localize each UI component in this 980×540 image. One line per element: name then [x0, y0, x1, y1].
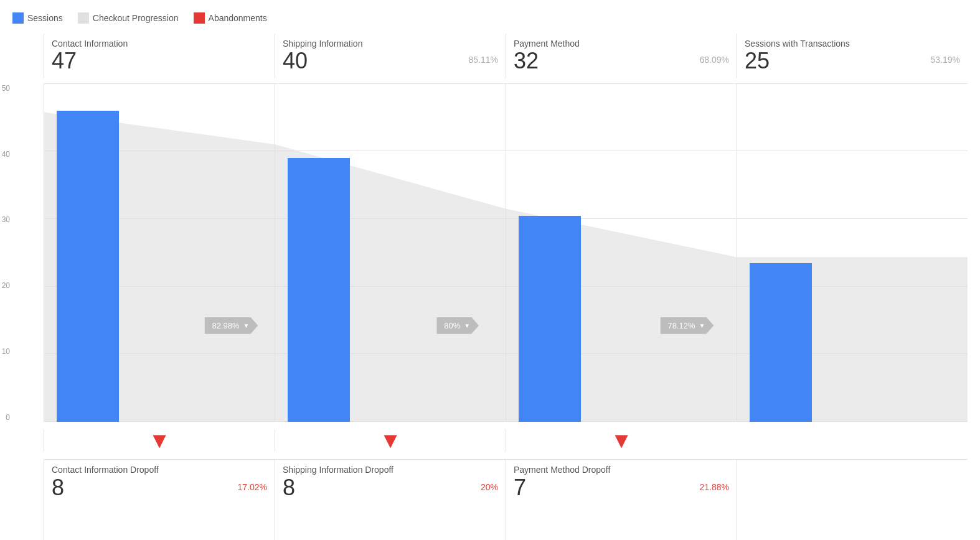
y-axis: 0 10 20 30 40 50	[0, 84, 12, 422]
step-title-1: Shipping Information	[283, 39, 498, 49]
dropoff-arrow-2: ▼	[506, 429, 737, 452]
y-label-10: 10	[0, 347, 10, 356]
step-header-0: Contact Information 47	[44, 34, 275, 78]
dropoff-arrow-1: ▼	[275, 429, 506, 452]
sessions-label: Sessions	[27, 13, 63, 23]
down-arrow-0: ▼	[148, 429, 171, 452]
dropoff-col-0: Contact Information Dropoff 8 17.02%	[44, 460, 275, 540]
step-column-3: 78.12% ▼	[737, 84, 968, 422]
dropoff-col-1: Shipping Information Dropoff 8 20%	[275, 460, 506, 540]
badge-arrow-0: ▼	[243, 322, 249, 329]
badge-pct-2: 78.12%	[667, 321, 695, 330]
progression-badge-1[interactable]: 80% ▼	[436, 317, 479, 334]
progression-badge-0[interactable]: 82.98% ▼	[204, 317, 258, 334]
step-title-0: Contact Information	[52, 39, 267, 49]
step-title-3: Sessions with Transactions	[745, 39, 960, 49]
step-count-2: 32	[514, 49, 729, 73]
y-label-50: 50	[0, 84, 10, 93]
step-count-1: 40	[283, 49, 498, 73]
down-arrow-1: ▼	[379, 429, 402, 452]
y-label-40: 40	[0, 150, 10, 159]
step-pct-3: 53.19%	[931, 55, 960, 65]
step-header-3: Sessions with Transactions 25 53.19%	[737, 34, 968, 78]
bar-1	[288, 158, 350, 422]
badge-pct-1: 80%	[444, 321, 460, 330]
dropoff-pct-0: 17.02%	[238, 482, 267, 492]
dropoff-pct-1: 20%	[481, 482, 498, 492]
chart-area: 0 10 20 30 40 50	[12, 84, 968, 540]
legend-sessions: Sessions	[12, 12, 63, 24]
dropoff-title-1: Shipping Information Dropoff	[283, 465, 498, 475]
step-column-0	[44, 84, 275, 422]
chart-container: Sessions Checkout Progression Abandonmen…	[0, 0, 980, 540]
progression-color-box	[78, 12, 89, 24]
dropoff-arrow-row: ▼ ▼ ▼	[44, 422, 968, 459]
y-label-30: 30	[0, 215, 10, 224]
badge-arrow-2: ▼	[699, 322, 705, 329]
legend-progression: Checkout Progression	[78, 12, 179, 24]
dropoff-title-0: Contact Information Dropoff	[52, 465, 267, 475]
badge-arrow-1: ▼	[464, 322, 470, 329]
progression-label: Checkout Progression	[93, 13, 179, 23]
dropoff-count-1: 8	[283, 475, 498, 501]
down-arrow-2: ▼	[610, 429, 633, 452]
step-column-2: 80% ▼	[506, 84, 737, 422]
step-header-2: Payment Method 32 68.09%	[506, 34, 737, 78]
sessions-color-box	[12, 12, 24, 24]
step-pct-1: 85.11%	[469, 55, 498, 65]
dropoff-count-2: 7	[514, 475, 729, 501]
y-label-20: 20	[0, 281, 10, 290]
step-pct-2: 68.09%	[700, 55, 729, 65]
step-headers: Contact Information 47 Shipping Informat…	[44, 34, 968, 84]
dropoff-count-0: 8	[52, 475, 267, 501]
dropoff-col-3	[737, 460, 968, 540]
bar-0	[57, 111, 119, 422]
step-count-0: 47	[52, 49, 267, 73]
dropoff-title-2: Payment Method Dropoff	[514, 465, 729, 475]
bar-3	[750, 263, 812, 422]
badge-pct-0: 82.98%	[212, 321, 239, 330]
dropoff-pct-2: 21.88%	[700, 482, 729, 492]
bar-2	[519, 216, 581, 422]
y-label-0: 0	[0, 413, 10, 422]
step-column-1: 82.98% ▼	[275, 84, 506, 422]
dropoff-section: Contact Information Dropoff 8 17.02% Shi…	[44, 459, 968, 540]
abandonments-color-box	[194, 12, 205, 24]
progression-badge-2[interactable]: 78.12% ▼	[660, 317, 714, 334]
legend-abandonments: Abandonments	[194, 12, 267, 24]
dropoff-arrow-0: ▼	[44, 429, 275, 452]
step-header-1: Shipping Information 40 85.11%	[275, 34, 506, 78]
abandonments-label: Abandonments	[209, 13, 267, 23]
step-title-2: Payment Method	[514, 39, 729, 49]
dropoff-col-2: Payment Method Dropoff 7 21.88%	[506, 460, 737, 540]
chart-legend: Sessions Checkout Progression Abandonmen…	[12, 12, 968, 24]
step-count-3: 25	[745, 49, 960, 73]
